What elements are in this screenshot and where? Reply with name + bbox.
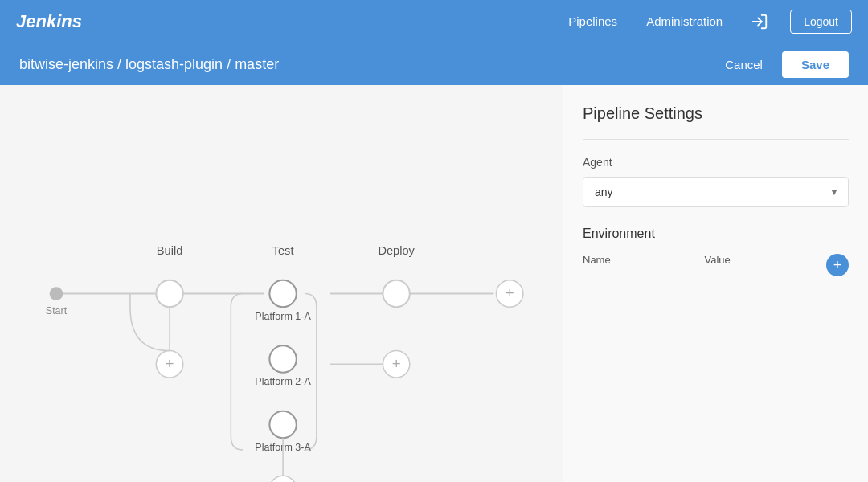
save-button[interactable]: Save — [782, 51, 849, 78]
nav-pipelines[interactable]: Pipelines — [562, 11, 624, 31]
nav-signin-icon[interactable] — [745, 7, 774, 36]
svg-text:+: + — [392, 355, 401, 372]
breadcrumb: bitwise-jenkins / logstash-plugin / mast… — [19, 56, 279, 73]
breadcrumb-bar: bitwise-jenkins / logstash-plugin / mast… — [0, 43, 868, 85]
env-value-col: Value — [705, 254, 827, 276]
top-nav: Jenkins Pipelines Administration Logout — [0, 0, 868, 43]
cancel-button[interactable]: Cancel — [715, 53, 772, 76]
logout-button[interactable]: Logout — [790, 10, 852, 34]
add-env-button[interactable]: + — [826, 254, 849, 276]
svg-text:+: + — [506, 284, 514, 301]
main-content: Build Test Deploy Start + — [0, 85, 868, 482]
svg-text:+: + — [166, 355, 174, 372]
nav-administration[interactable]: Administration — [640, 11, 729, 31]
pipeline-canvas: Build Test Deploy Start + — [0, 85, 563, 482]
panel-title: Pipeline Settings — [583, 104, 849, 123]
agent-select-wrapper: any docker none ▼ — [583, 177, 849, 207]
svg-text:Start: Start — [46, 305, 68, 317]
svg-text:Build: Build — [157, 244, 183, 257]
svg-point-13 — [269, 345, 296, 372]
env-name-col: Name — [583, 254, 705, 276]
env-columns: Name Value + — [583, 254, 849, 276]
svg-point-23 — [383, 280, 409, 307]
agent-label: Agent — [583, 156, 849, 169]
svg-point-11 — [269, 280, 296, 307]
svg-point-15 — [269, 411, 296, 438]
svg-point-7 — [156, 280, 182, 307]
panel-divider — [583, 139, 849, 140]
svg-point-4 — [50, 287, 63, 300]
svg-text:Deploy: Deploy — [378, 244, 415, 257]
environment-header: Environment — [583, 227, 849, 254]
svg-text:Platform 2-A: Platform 2-A — [255, 376, 311, 387]
environment-label: Environment — [583, 227, 655, 241]
right-panel: Pipeline Settings Agent any docker none … — [563, 85, 868, 482]
svg-text:Test: Test — [272, 244, 294, 257]
svg-text:Platform 1-A: Platform 1-A — [255, 311, 311, 322]
breadcrumb-actions: Cancel Save — [715, 51, 849, 78]
agent-select[interactable]: any docker none — [583, 177, 849, 207]
app-logo: Jenkins — [16, 11, 82, 32]
